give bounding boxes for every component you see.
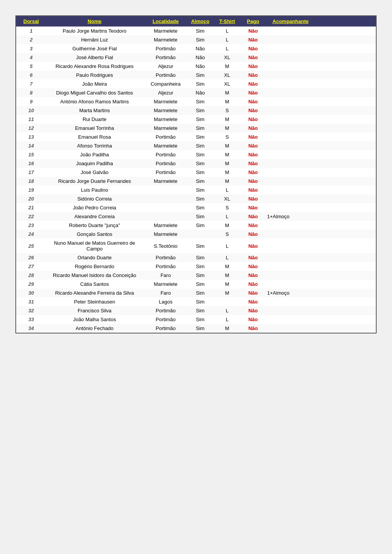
table-row: 22Alexandre CorreiaSimLNão1+Almoço bbox=[16, 212, 376, 221]
table-row: 9António Afonso Ramos MartinsMarmeleteSi… bbox=[16, 97, 376, 106]
localidade-cell: Aljezur bbox=[145, 90, 187, 96]
acompanhante-cell bbox=[266, 284, 316, 285]
dorsal-cell: 8 bbox=[18, 90, 45, 96]
localidade-cell bbox=[145, 199, 187, 199]
pago-cell: Não bbox=[241, 90, 266, 96]
tshirt-cell: L bbox=[214, 213, 241, 220]
dorsal-cell: 24 bbox=[18, 231, 45, 237]
dorsal-cell: 12 bbox=[18, 125, 45, 131]
almoco-cell: Sim bbox=[187, 222, 214, 229]
table-row: 13Emanuel RosaPortimãoSimSNão bbox=[16, 133, 376, 141]
table-row: 5Ricardo Alexandre Rosa RodriguesAljezur… bbox=[16, 62, 376, 71]
tshirt-cell: XL bbox=[214, 196, 241, 202]
dorsal-cell: 22 bbox=[18, 213, 45, 220]
acompanhante-cell bbox=[266, 48, 316, 49]
pago-cell: Não bbox=[241, 134, 266, 140]
dorsal-cell: 30 bbox=[18, 290, 45, 296]
nome-cell: Ricardo Alexandre Ferreira da Silva bbox=[45, 290, 145, 296]
localidade-cell: Marmelete bbox=[145, 28, 187, 34]
localidade-cell: Portimão bbox=[145, 307, 187, 314]
tshirt-cell: L bbox=[214, 187, 241, 193]
acompanhante-cell bbox=[266, 31, 316, 32]
pago-cell: Não bbox=[241, 316, 266, 323]
localidade-cell: Portimão bbox=[145, 54, 187, 61]
dorsal-cell: 4 bbox=[18, 54, 45, 61]
almoco-cell: Sim bbox=[187, 178, 214, 184]
tshirt-cell: M bbox=[214, 290, 241, 296]
acompanhante-cell bbox=[266, 207, 316, 208]
pago-cell: Não bbox=[241, 307, 266, 314]
tshirt-cell: L bbox=[214, 316, 241, 323]
table-row: 15João PadilhaPortimãoSimMNão bbox=[16, 150, 376, 159]
tshirt-cell: M bbox=[214, 222, 241, 229]
almoco-cell: Sim bbox=[187, 281, 214, 287]
acompanhante-cell bbox=[266, 181, 316, 182]
almoco-cell: Sim bbox=[187, 28, 214, 34]
tshirt-cell: M bbox=[214, 169, 241, 176]
nome-cell: Cátia Santos bbox=[45, 281, 145, 287]
almoco-cell: Sim bbox=[187, 151, 214, 158]
localidade-cell bbox=[145, 207, 187, 208]
tshirt-cell: L bbox=[214, 243, 241, 249]
main-table: Dorsal Nome Localidade Almoço T-Shirt Pa… bbox=[15, 15, 377, 333]
dorsal-cell: 27 bbox=[18, 263, 45, 270]
tshirt-cell: L bbox=[214, 36, 241, 43]
tshirt-cell: M bbox=[214, 116, 241, 123]
localidade-cell bbox=[145, 190, 187, 191]
almoco-cell: Sim bbox=[187, 134, 214, 140]
acompanhante-cell: 1+Almoço bbox=[266, 213, 316, 220]
localidade-cell: Portimão bbox=[145, 160, 187, 167]
dorsal-cell: 26 bbox=[18, 254, 45, 261]
pago-cell: Não bbox=[241, 169, 266, 176]
nome-cell: Peter Steinhausen bbox=[45, 299, 145, 305]
dorsal-cell: 3 bbox=[18, 45, 45, 52]
almoco-cell: Sim bbox=[187, 316, 214, 323]
nome-cell: Rui Duarte bbox=[45, 116, 145, 123]
dorsal-cell: 17 bbox=[18, 169, 45, 176]
tshirt-cell: L bbox=[214, 254, 241, 261]
table-row: 27Rogério BernardoPortimãoSimMNão bbox=[16, 262, 376, 271]
acompanhante-cell bbox=[266, 154, 316, 155]
acompanhante-cell bbox=[266, 190, 316, 191]
dorsal-cell: 23 bbox=[18, 222, 45, 229]
dorsal-cell: 10 bbox=[18, 107, 45, 114]
localidade-cell: Marmelete bbox=[145, 231, 187, 237]
dorsal-cell: 5 bbox=[18, 63, 45, 70]
dorsal-cell: 2 bbox=[18, 36, 45, 43]
localidade-cell: Marmelete bbox=[145, 98, 187, 105]
dorsal-cell: 33 bbox=[18, 316, 45, 323]
pago-cell: Não bbox=[241, 54, 266, 61]
almoco-cell: Sim bbox=[187, 169, 214, 176]
localidade-cell: Marmelete bbox=[145, 178, 187, 184]
nome-cell: Ricardo Alexandre Rosa Rodrigues bbox=[45, 63, 145, 70]
tshirt-cell: M bbox=[214, 281, 241, 287]
pago-cell: Não bbox=[241, 325, 266, 332]
nome-cell: José Alberto Fial bbox=[45, 54, 145, 61]
almoco-cell: Sim bbox=[187, 213, 214, 220]
pago-cell: Não bbox=[241, 28, 266, 34]
localidade-cell: Lagos bbox=[145, 299, 187, 305]
pago-cell: Não bbox=[241, 125, 266, 131]
table-row: 20Sidónio CorreiaSimXLNão bbox=[16, 194, 376, 203]
acompanhante-cell bbox=[266, 225, 316, 226]
col-header-tshirt: T-Shirt bbox=[214, 18, 241, 24]
pago-cell: Não bbox=[241, 299, 266, 305]
tshirt-cell: XL bbox=[214, 72, 241, 78]
table-row: 8Diogo Miguel Carvalho dos SantosAljezur… bbox=[16, 88, 376, 97]
acompanhante-cell bbox=[266, 275, 316, 276]
localidade-cell: Companheira bbox=[145, 81, 187, 87]
tshirt-cell: M bbox=[214, 143, 241, 149]
nome-cell: João Meira bbox=[45, 81, 145, 87]
acompanhante-cell bbox=[266, 110, 316, 111]
nome-cell: Sidónio Correia bbox=[45, 196, 145, 202]
dorsal-cell: 16 bbox=[18, 160, 45, 167]
tshirt-cell: M bbox=[214, 325, 241, 332]
acompanhante-cell bbox=[266, 137, 316, 138]
nome-cell: Gonçalo Santos bbox=[45, 231, 145, 237]
table-row: 18Ricardo Jorge Duarte FernandesMarmelet… bbox=[16, 177, 376, 186]
table-row: 33João Malha SantosPortimãoSimLNão bbox=[16, 315, 376, 324]
table-row: 23Roberto Duarte "junça"MarmeleteSimMNão bbox=[16, 221, 376, 230]
nome-cell: Emanuel Torrinha bbox=[45, 125, 145, 131]
pago-cell: Não bbox=[241, 187, 266, 193]
nome-cell: Luis Paulino bbox=[45, 187, 145, 193]
